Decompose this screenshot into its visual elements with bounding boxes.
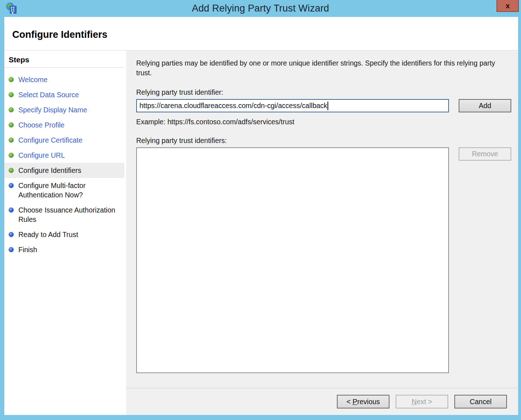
step-item: Configure Multi-factor Authentication No… — [4, 178, 124, 202]
step-label: Ready to Add Trust — [18, 230, 78, 239]
step-item: Configure Certificate — [4, 133, 124, 148]
identifier-input[interactable]: https://carena.cloudflareaccess.com/cdn-… — [136, 99, 449, 112]
example-text: Example: https://fs.contoso.com/adfs/ser… — [136, 118, 509, 126]
identifiers-list-label: Relying party trust identifiers: — [136, 137, 509, 145]
identifiers-listbox[interactable] — [136, 147, 449, 373]
identifier-field-label: Relying party trust identifier: — [136, 88, 509, 97]
page-description: Relying parties may be identified by one… — [136, 58, 506, 78]
step-label: Configure Multi-factor Authentication No… — [18, 181, 119, 200]
step-status-dot — [9, 232, 14, 237]
step-label: Choose Issuance Authorization Rules — [18, 205, 119, 224]
step-status-dot — [9, 107, 14, 112]
wizard-window: Configure Identifiers Steps WelcomeSelec… — [4, 17, 518, 415]
step-status-dot — [9, 247, 14, 252]
title-bar[interactable]: Add Relying Party Trust Wizard x — [0, 0, 521, 17]
step-item: Specify Display Name — [4, 102, 124, 117]
steps-sidebar: Steps WelcomeSelect Data SourceSpecify D… — [4, 50, 124, 415]
previous-button[interactable]: < Previous — [337, 395, 389, 408]
step-status-dot — [9, 92, 14, 97]
cancel-button[interactable]: Cancel — [454, 395, 507, 408]
step-item: Configure URL — [4, 148, 124, 163]
step-item: Choose Issuance Authorization Rules — [4, 202, 124, 227]
step-label: Select Data Source — [18, 90, 79, 99]
page-title: Configure Identifiers — [4, 17, 518, 40]
step-status-dot — [9, 183, 14, 188]
step-label: Configure URL — [18, 151, 65, 160]
steps-list: WelcomeSelect Data SourceSpecify Display… — [4, 71, 124, 257]
step-status-dot — [9, 138, 14, 143]
step-item: Ready to Add Trust — [4, 227, 124, 242]
step-item: Configure Identifiers — [4, 163, 124, 178]
step-label: Choose Profile — [18, 120, 64, 130]
identifier-input-value: https://carena.cloudflareaccess.com/cdn-… — [139, 102, 327, 110]
step-label: Configure Identifiers — [18, 166, 81, 175]
step-item: Select Data Source — [4, 87, 124, 102]
step-item: Choose Profile — [4, 117, 124, 133]
step-item: Finish — [4, 242, 124, 257]
wizard-footer: < Previous Next > Cancel — [126, 388, 518, 415]
wizard-header: Configure Identifiers — [4, 17, 518, 50]
window-title: Add Relying Party Trust Wizard — [0, 3, 521, 14]
step-status-dot — [9, 168, 14, 173]
step-item: Welcome — [4, 72, 124, 87]
step-label: Specify Display Name — [18, 105, 87, 115]
step-status-dot — [9, 77, 14, 82]
main-content: Relying parties may be identified by one… — [126, 50, 518, 388]
steps-heading: Steps — [4, 54, 124, 68]
next-button[interactable]: Next > — [396, 395, 448, 408]
step-status-dot — [9, 207, 14, 213]
add-button[interactable]: Add — [459, 99, 511, 112]
step-label: Configure Certificate — [18, 135, 83, 145]
step-label: Finish — [18, 245, 37, 254]
remove-button[interactable]: Remove — [459, 147, 511, 161]
step-status-dot — [9, 122, 14, 128]
close-button[interactable]: x — [496, 0, 519, 12]
text-caret — [328, 102, 328, 110]
step-label: Welcome — [18, 75, 48, 84]
step-status-dot — [9, 153, 14, 158]
